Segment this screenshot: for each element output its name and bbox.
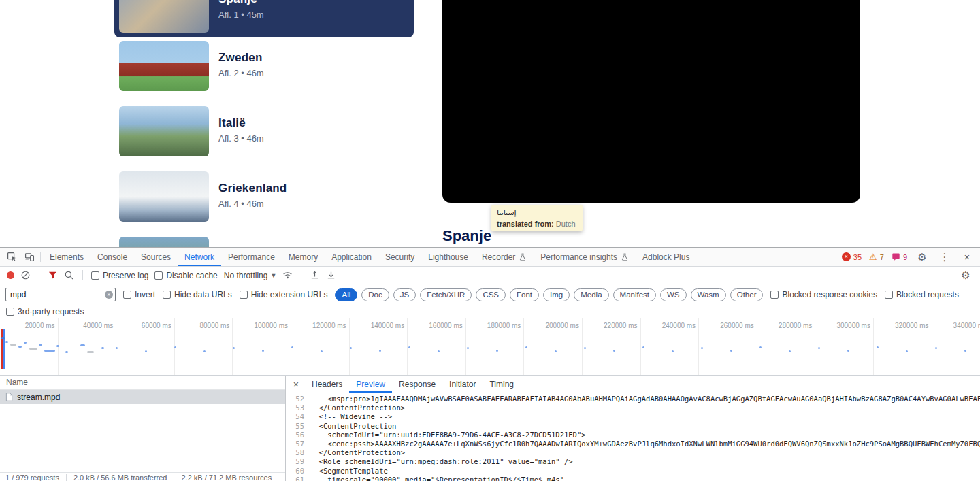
network-overview[interactable]: 20000 ms40000 ms60000 ms80000 ms100000 m… xyxy=(0,318,980,376)
details-tab[interactable]: Timing xyxy=(483,376,521,393)
episode-thumbnail[interactable] xyxy=(119,0,209,33)
request-dot xyxy=(379,350,381,352)
hide-extension-urls-checkbox[interactable]: Hide extension URLs xyxy=(240,290,328,299)
devtools-tab[interactable]: Security xyxy=(378,248,421,266)
details-tab[interactable]: Headers xyxy=(305,376,349,393)
request-dot xyxy=(496,350,498,352)
episode-meta: Afl. 4 • 46m xyxy=(218,199,287,209)
devtools-settings-icon[interactable]: ⚙ xyxy=(915,251,930,263)
devtools-tab[interactable]: Memory xyxy=(282,248,325,266)
preview-code[interactable]: 52 <mspr:pro>1gIAAAEAAQDMAjwAVwBSAE0ASAB… xyxy=(286,393,980,481)
warning-icon: ⚠ xyxy=(869,252,877,262)
devtools-tab[interactable]: Network xyxy=(178,248,221,266)
record-button[interactable] xyxy=(7,271,14,279)
devtools-tab[interactable]: Recorder xyxy=(475,248,534,266)
third-party-row: 3rd-party requests xyxy=(0,305,980,318)
hide-data-urls-checkbox[interactable]: Hide data URLs xyxy=(163,290,232,299)
request-dot xyxy=(760,346,762,348)
devtools-menu-icon[interactable]: ⋮ xyxy=(937,251,952,263)
inspect-element-icon[interactable] xyxy=(3,248,20,266)
devtools-tab[interactable]: Adblock Plus xyxy=(636,248,696,266)
timeline-tick-label: 100000 ms xyxy=(233,318,291,375)
console-errors-badge[interactable]: × 35 xyxy=(842,252,862,261)
devtools-tab-label: Network xyxy=(184,252,214,262)
resource-type-pill[interactable]: Other xyxy=(730,288,764,301)
network-settings-icon[interactable]: ⚙ xyxy=(958,269,973,282)
devtools-tab[interactable]: Elements xyxy=(43,248,91,266)
devtools-close-icon[interactable]: × xyxy=(960,251,975,263)
import-har-icon[interactable] xyxy=(326,270,336,280)
filter-input-wrap: × xyxy=(5,288,116,301)
request-row[interactable]: stream.mpd xyxy=(0,390,285,404)
request-dot xyxy=(24,342,27,344)
filter-funnel-icon[interactable] xyxy=(48,270,58,280)
device-toolbar-icon[interactable] xyxy=(20,248,38,266)
episode-thumbnail[interactable] xyxy=(119,171,209,222)
preserve-log-checkbox[interactable]: Preserve log xyxy=(91,271,148,280)
request-details-panel: × HeadersPreviewResponseInitiatorTiming … xyxy=(286,376,980,481)
resource-type-pill[interactable]: Fetch/XHR xyxy=(420,288,472,301)
resource-type-pill[interactable]: CSS xyxy=(476,288,506,301)
episode-thumbnail[interactable] xyxy=(119,41,209,91)
request-dot xyxy=(906,350,908,352)
resource-type-pill[interactable]: Doc xyxy=(361,288,389,301)
request-table-header[interactable]: Name xyxy=(0,376,285,390)
load-event-line xyxy=(1,329,3,369)
resource-type-pill[interactable]: Wasm xyxy=(691,288,726,301)
filter-input[interactable] xyxy=(5,288,116,301)
timeline-tick-label: 220000 ms xyxy=(583,318,641,375)
resource-type-pill[interactable]: WS xyxy=(660,288,687,301)
devtools-tab[interactable]: Performance xyxy=(221,248,282,266)
resource-type-pill[interactable]: Media xyxy=(574,288,608,301)
resource-type-pill[interactable]: All xyxy=(335,288,357,301)
issues-count: 9 xyxy=(903,253,907,261)
resource-type-pill[interactable]: Img xyxy=(543,288,570,301)
clear-icon[interactable] xyxy=(20,270,31,280)
disable-cache-checkbox[interactable]: Disable cache xyxy=(154,271,217,280)
third-party-label: 3rd-party requests xyxy=(18,307,84,316)
request-dot xyxy=(350,347,352,349)
search-icon[interactable] xyxy=(64,270,74,280)
devtools-tab[interactable]: Application xyxy=(325,248,378,266)
details-tab[interactable]: Response xyxy=(392,376,442,393)
blocked-requests-checkbox[interactable]: Blocked requests xyxy=(885,290,959,299)
summary-divider xyxy=(66,474,67,481)
blocked-cookies-checkbox[interactable]: Blocked response cookies xyxy=(770,290,877,299)
checkbox-box xyxy=(240,291,248,299)
resource-type-pill[interactable]: Font xyxy=(510,288,539,301)
resource-type-pill[interactable]: Manifest xyxy=(613,288,656,301)
line-content: schemeIdUri="urn:uuid:EDEF8BA9-79D6-4ACE… xyxy=(310,431,586,439)
request-dot xyxy=(555,350,557,352)
network-conditions-icon[interactable] xyxy=(282,270,293,280)
episode-item[interactable]: Italië Afl. 3 • 46m xyxy=(114,101,414,161)
request-name: stream.mpd xyxy=(17,393,60,402)
request-dot xyxy=(18,346,22,348)
video-player[interactable] xyxy=(442,0,860,203)
episode-item[interactable]: Spanje Afl. 1 • 45m xyxy=(114,0,414,37)
console-warnings-badge[interactable]: ⚠ 7 xyxy=(869,252,884,262)
timeline-tick-label: 320000 ms xyxy=(874,318,932,375)
throttling-select[interactable]: No throttling ▼ xyxy=(224,271,277,280)
devtools-tab[interactable]: Lighthouse xyxy=(421,248,475,266)
episode-item[interactable]: Zweden Afl. 2 • 46m xyxy=(114,36,414,96)
episode-item[interactable]: Griekenland Afl. 4 • 46m xyxy=(114,167,414,227)
invert-checkbox[interactable]: Invert xyxy=(123,290,155,299)
checkbox-box xyxy=(163,291,171,299)
episode-text: Griekenland Afl. 4 • 46m xyxy=(218,171,287,222)
details-tab[interactable]: Initiator xyxy=(442,376,483,393)
request-dot xyxy=(847,350,849,352)
devtools-tab[interactable]: Sources xyxy=(134,248,178,266)
devtools-tab[interactable]: Performance insights xyxy=(534,248,636,266)
clear-filter-icon[interactable]: × xyxy=(105,291,113,299)
details-tab[interactable]: Preview xyxy=(349,376,392,393)
timeline-tick-label: 240000 ms xyxy=(641,318,700,375)
export-har-icon[interactable] xyxy=(310,270,320,280)
close-details-icon[interactable]: × xyxy=(287,376,305,393)
episode-thumbnail[interactable] xyxy=(119,237,209,247)
episode-thumbnail[interactable] xyxy=(119,106,209,156)
issues-badge[interactable]: 9 xyxy=(892,253,907,261)
resource-type-pill[interactable]: JS xyxy=(393,288,416,301)
episode-item[interactable] xyxy=(114,232,414,247)
devtools-tab[interactable]: Console xyxy=(91,248,134,266)
third-party-checkbox[interactable]: 3rd-party requests xyxy=(6,307,84,316)
